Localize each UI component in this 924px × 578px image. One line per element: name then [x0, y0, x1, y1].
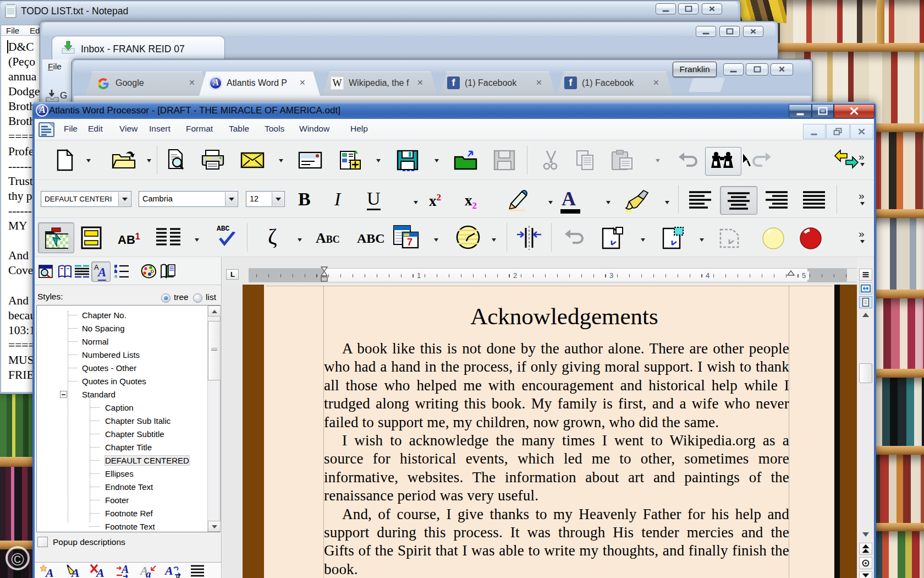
svg-text:A: A [164, 564, 173, 577]
svg-text:7: 7 [407, 237, 413, 248]
svg-text:я: я [114, 274, 117, 279]
svg-text:A: A [70, 566, 80, 578]
svg-text:a: a [146, 568, 151, 578]
svg-text:a: a [176, 571, 180, 578]
svg-text:1: 1 [114, 266, 117, 271]
svg-text:A: A [120, 564, 129, 575]
svg-text:A: A [45, 566, 54, 578]
svg-text:A: A [95, 566, 105, 578]
